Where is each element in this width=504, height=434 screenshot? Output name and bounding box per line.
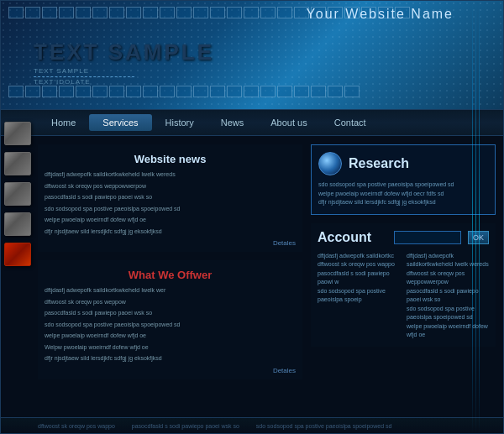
film-strip-bottom <box>0 86 504 102</box>
account-header: Account OK <box>318 230 489 245</box>
news-section: Website news dftjdasfj adwepofk saildkor… <box>38 144 302 252</box>
header-divider <box>34 76 134 77</box>
research-text-2: welpe pwoelaip woeirndf dofew wfjd oecr … <box>318 190 488 199</box>
thumb-2[interactable] <box>4 152 31 175</box>
offer-details-link[interactable]: Detales <box>45 367 296 374</box>
news-text-6: dfjr njsdjtaew sild lersdjkfc sdfgj jg e… <box>45 227 296 237</box>
news-text-5: welpe pwoelaip woeirndf dofew wfjd oe <box>45 216 296 225</box>
research-title: Research <box>349 156 409 171</box>
offer-section: What We Offwer dftjdasfj adwepofk saildk… <box>38 260 302 379</box>
research-text-1: sdo sodsopod spa postive paeoislpa spoei… <box>318 180 488 190</box>
offer-text-2: dftwoost sk oreqw pos weppow <box>45 298 296 307</box>
account-col-left: dftjdasfj adwepofk saildkortkc dftwoost … <box>318 252 400 340</box>
nav-item-contact[interactable]: Contact <box>321 114 380 131</box>
thumb-3[interactable] <box>4 182 31 206</box>
news-text-2: dftwoost sk oreqw pos weppowwerpow <box>45 182 296 191</box>
research-header: Research <box>318 152 488 175</box>
header-text-block: TEXT SAMPLE TEXT SAMPLE TEXT'IDOLATE <box>34 39 214 86</box>
offer-text-3: pasocdfasld s sodi pawiepo paoei wsk so <box>45 309 296 318</box>
nav-item-home[interactable]: Home <box>38 114 89 131</box>
nav-items: Home Services History News About us Cont… <box>38 114 380 131</box>
acct-text-4: sdo sodsopod spa postive paeoislpa spoei… <box>318 287 400 305</box>
thumb-1[interactable] <box>4 122 31 145</box>
news-text-4: sdo sodsopod spa postive paeoislpa spoei… <box>45 205 296 214</box>
acct-text-2: dftwoost sk oreqw pos wappo <box>318 260 400 269</box>
left-col: Website news dftjdasfj adwepofk saildkor… <box>38 144 302 409</box>
nav-item-history[interactable]: History <box>152 114 207 131</box>
nav-item-news[interactable]: News <box>207 114 258 131</box>
nav-item-about[interactable]: About us <box>257 114 320 131</box>
bottom-text-1: dftwoost sk oreqw pos wappo <box>38 423 115 429</box>
news-text-3: pasocdfasld s sodi pawiepo paoei wsk so <box>45 193 296 202</box>
offer-text-1: dftjdasfj adwepofk saildkortkwkeheld Iwe… <box>45 286 296 295</box>
offer-text-7: dfjr njsdjtaew sild lersdjkfc sdfgj jg e… <box>45 354 296 363</box>
thumb-4[interactable] <box>4 212 31 236</box>
website-name: Your Website Name <box>307 7 454 22</box>
news-title: Website news <box>45 149 296 165</box>
nav-item-services[interactable]: Services <box>89 114 151 131</box>
bottom-text-3: sdo sodsopod spa postive paeoislpa spoei… <box>256 423 392 429</box>
account-columns: dftjdasfj adwepofk saildkortkc dftwoost … <box>318 252 489 340</box>
vert-lines <box>472 0 497 434</box>
header: Your Website Name TEXT SAMPLE TEXT SAMPL… <box>0 0 504 109</box>
header-main-text: TEXT SAMPLE <box>34 39 214 65</box>
left-thumbs <box>0 109 38 279</box>
offer-text-6: Welpw pwoelaip woeirndf dofew wfjd oe <box>45 343 296 353</box>
main-content: Website news dftjdasfj adwepofk saildkor… <box>0 136 504 417</box>
account-section: Account OK dftjdasfj adwepofk saildkortk… <box>311 223 496 347</box>
research-text-3: dfjr njsdjtaew sild lersdjkfc sdfgj jg e… <box>318 198 488 207</box>
header-sub-text: TEXT SAMPLE <box>34 67 214 75</box>
offer-title: What We Offwer <box>45 265 296 281</box>
thumb-5-red[interactable] <box>4 243 31 266</box>
bottom-text-2: pasocdfasld s sodi pawiepo paoei wsk so <box>132 423 239 429</box>
research-section: Research sdo sodsopod spa postive paeois… <box>311 144 496 215</box>
offer-text-4: sdo sodsopod spa postive paeoislpa spoei… <box>45 321 296 330</box>
offer-text-5: welpe pwoelaip woeirndf dofew wfjd oe <box>45 332 296 341</box>
research-ball-icon <box>318 152 342 175</box>
acct-text-3: pasocdfasld s sodi pawiepo paowi w <box>318 269 400 287</box>
account-input[interactable] <box>394 231 461 244</box>
right-col: Research sdo sodsopod spa postive paeois… <box>311 144 496 409</box>
news-details-link[interactable]: Detales <box>45 239 296 247</box>
header-sub-text2: TEXT'IDOLATE <box>34 78 214 86</box>
bottom-strip: dftwoost sk oreqw pos wappo pasocdfasld … <box>0 417 504 434</box>
acct-text-1: dftjdasfj adwepofk saildkortkc <box>318 252 400 261</box>
account-title: Account <box>318 230 387 245</box>
navbar: Home Services History News About us Cont… <box>0 109 504 136</box>
news-text-1: dftjdasfj adwepofk saildkortkwkeheld Iwe… <box>45 170 296 180</box>
